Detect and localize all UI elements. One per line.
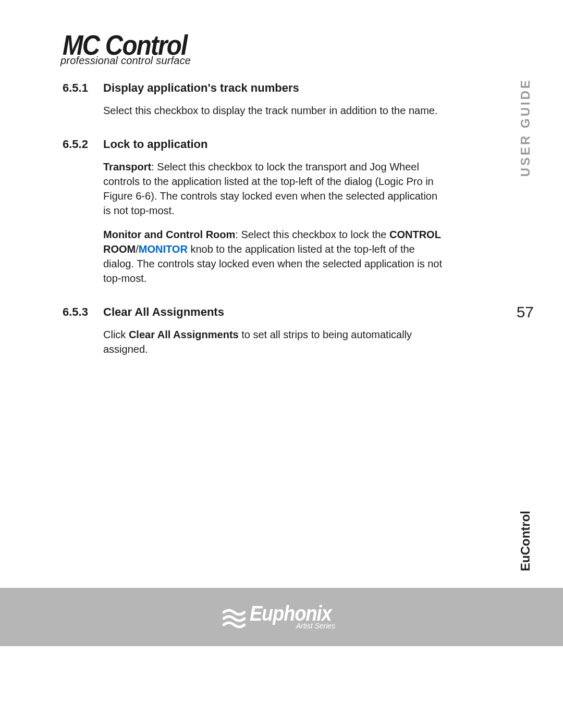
page-number: 57 <box>517 303 534 321</box>
body-text: Click Clear All Assignments to set all s… <box>103 327 447 356</box>
logo-title: MC Control <box>63 32 457 58</box>
product-logo: MC Control professional control surface <box>63 32 511 67</box>
footer-logo: Euphonix Artist Series <box>223 604 340 630</box>
page-footer: Euphonix Artist Series <box>0 588 563 646</box>
monitor-link[interactable]: MONITOR <box>139 243 188 255</box>
text: : Select this checkbox to lock the <box>235 229 389 240</box>
section-number: 6.5.1 <box>63 81 103 127</box>
section-number: 6.5.2 <box>63 138 103 295</box>
margin-label-bottom: EuControl <box>518 511 533 571</box>
footer-brand: Euphonix <box>250 604 332 623</box>
body-text: Select this checkbox to display the trac… <box>103 103 447 118</box>
bold-term: Clear All Assignments <box>129 329 239 340</box>
section-6-5-1: 6.5.1 Display application's track number… <box>63 81 511 127</box>
section-number: 6.5.3 <box>63 305 103 366</box>
section-title: Lock to application <box>103 138 511 151</box>
section-title: Display application's track numbers <box>103 81 511 95</box>
section-6-5-2: 6.5.2 Lock to application Transport: Sel… <box>63 138 511 295</box>
bold-term: Monitor and Control Room <box>103 229 235 240</box>
document-page: MC Control professional control surface … <box>0 0 563 588</box>
wave-icon <box>223 607 246 630</box>
bold-term: Transport <box>103 161 151 172</box>
text: : Select this checkbox to lock the trans… <box>103 161 437 216</box>
body-text: Transport: Select this checkbox to lock … <box>103 159 447 218</box>
margin-label-top: USER GUIDE <box>518 78 533 177</box>
body-text: Monitor and Control Room: Select this ch… <box>103 227 447 286</box>
section-6-5-3: 6.5.3 Clear All Assignments Click Clear … <box>63 305 511 366</box>
section-title: Clear All Assignments <box>103 305 511 319</box>
text: Click <box>103 329 129 340</box>
